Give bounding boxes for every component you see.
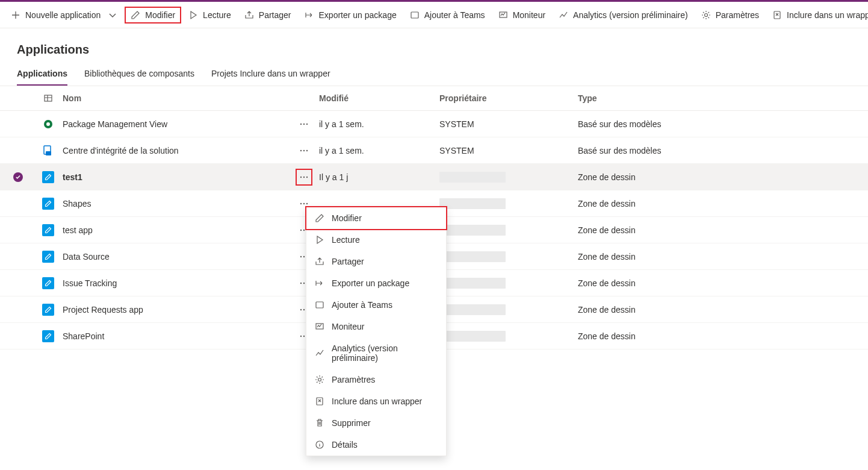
owner-cell bbox=[439, 172, 578, 183]
owner-cell bbox=[439, 331, 578, 342]
tab-wrap-projects[interactable]: Projets Inclure dans un wrapper bbox=[211, 69, 330, 86]
plus-icon bbox=[11, 10, 20, 20]
settings-button[interactable]: Paramètres bbox=[695, 7, 765, 24]
teams-label: Ajouter à Teams bbox=[424, 10, 485, 20]
header-owner[interactable]: Propriétaire bbox=[439, 93, 578, 103]
menu-share-label: Partager bbox=[332, 257, 364, 266]
svg-point-21 bbox=[300, 202, 302, 204]
play-label: Lecture bbox=[203, 10, 231, 20]
svg-point-25 bbox=[303, 229, 305, 230]
analytics-icon bbox=[315, 348, 324, 349]
header-name[interactable]: Nom bbox=[60, 93, 289, 103]
app-name[interactable]: Issue Tracking bbox=[60, 278, 289, 288]
app-name[interactable]: Data Source bbox=[60, 252, 289, 262]
share-button[interactable]: Partager bbox=[238, 7, 297, 24]
export-icon bbox=[305, 10, 314, 20]
app-icon bbox=[36, 304, 60, 316]
app-icon bbox=[36, 277, 60, 289]
analytics-icon bbox=[559, 10, 568, 20]
svg-point-23 bbox=[306, 202, 308, 204]
redacted-owner bbox=[439, 331, 506, 342]
menu-edit[interactable]: Modifier bbox=[305, 206, 447, 230]
modified-cell: Il y a 1 j bbox=[319, 172, 439, 182]
app-name[interactable]: test app bbox=[60, 225, 289, 235]
app-icon bbox=[36, 251, 60, 263]
export-button[interactable]: Exporter un package bbox=[299, 7, 403, 24]
play-icon bbox=[315, 235, 324, 245]
table-row[interactable]: Package Management Viewil y a 1 sem.SYST… bbox=[0, 111, 868, 137]
owner-cell bbox=[439, 251, 578, 262]
table-header: Nom Modifié Propriétaire Type bbox=[0, 86, 868, 111]
edit-button[interactable]: Modifier bbox=[125, 7, 181, 24]
svg-point-24 bbox=[300, 229, 302, 230]
share-label: Partager bbox=[259, 10, 291, 20]
svg-point-2 bbox=[704, 13, 707, 16]
row-checkbox[interactable] bbox=[0, 172, 36, 182]
owner-cell bbox=[439, 225, 578, 236]
redacted-owner bbox=[439, 278, 506, 289]
new-app-button[interactable]: Nouvelle application bbox=[5, 7, 123, 24]
owner-cell: SYSTEM bbox=[439, 119, 578, 129]
wrap-button[interactable]: Inclure dans un wrapper bbox=[766, 7, 868, 24]
menu-export[interactable]: Exporter un package bbox=[306, 272, 446, 294]
svg-point-16 bbox=[303, 149, 305, 151]
header-view-icon[interactable] bbox=[36, 93, 60, 103]
app-icon bbox=[36, 145, 60, 157]
svg-point-17 bbox=[306, 149, 308, 151]
menu-analytics[interactable]: Analytics (version préliminaire) bbox=[306, 337, 446, 349]
share-icon bbox=[244, 10, 254, 20]
tab-applications[interactable]: Applications bbox=[17, 69, 67, 86]
wrap-icon bbox=[772, 10, 782, 20]
export-icon bbox=[315, 278, 324, 288]
teams-button[interactable]: Ajouter à Teams bbox=[404, 7, 491, 24]
svg-point-20 bbox=[306, 176, 308, 177]
type-cell: Zone de dessin bbox=[578, 331, 868, 341]
owner-cell bbox=[439, 304, 578, 315]
svg-point-28 bbox=[303, 255, 305, 257]
svg-point-27 bbox=[300, 255, 302, 257]
svg-point-12 bbox=[306, 123, 308, 124]
analytics-label: Analytics (version préliminaire) bbox=[573, 10, 688, 20]
table-row[interactable]: test1Il y a 1 jZone de dessin bbox=[0, 164, 868, 190]
app-name[interactable]: test1 bbox=[60, 172, 289, 182]
menu-share[interactable]: Partager bbox=[306, 251, 446, 272]
owner-cell bbox=[439, 198, 578, 209]
row-actions bbox=[289, 143, 319, 158]
header-modified[interactable]: Modifié bbox=[319, 93, 439, 103]
svg-point-22 bbox=[303, 202, 305, 204]
app-name[interactable]: Shapes bbox=[60, 199, 289, 208]
type-cell: Zone de dessin bbox=[578, 199, 868, 208]
tab-component-libraries[interactable]: Bibliothèques de composants bbox=[84, 69, 194, 86]
app-name[interactable]: Centre d'intégrité de la solution bbox=[60, 146, 289, 155]
pencil-icon bbox=[131, 10, 140, 20]
menu-export-label: Exporter un package bbox=[332, 278, 409, 288]
monitor-button[interactable]: Moniteur bbox=[492, 7, 551, 24]
menu-monitor[interactable]: Moniteur bbox=[306, 316, 446, 337]
table-row[interactable]: Centre d'intégrité de la solutionil y a … bbox=[0, 137, 868, 164]
menu-play[interactable]: Lecture bbox=[306, 229, 446, 251]
chevron-down-icon bbox=[108, 10, 117, 20]
pencil-icon bbox=[315, 213, 324, 223]
play-button[interactable]: Lecture bbox=[182, 7, 237, 24]
svg-rect-3 bbox=[774, 11, 780, 19]
analytics-button[interactable]: Analytics (version préliminaire) bbox=[553, 7, 694, 24]
app-icon bbox=[36, 198, 60, 210]
export-label: Exporter un package bbox=[319, 10, 397, 20]
settings-label: Paramètres bbox=[716, 10, 759, 20]
svg-point-31 bbox=[303, 282, 305, 283]
redacted-owner bbox=[439, 198, 506, 209]
app-name[interactable]: Package Management View bbox=[60, 119, 289, 129]
app-name[interactable]: Project Requests app bbox=[60, 305, 289, 315]
menu-monitor-label: Moniteur bbox=[332, 322, 364, 331]
gear-icon bbox=[701, 10, 711, 20]
row-more-button[interactable] bbox=[297, 117, 311, 131]
app-name[interactable]: SharePoint bbox=[60, 331, 289, 341]
row-more-button[interactable] bbox=[297, 143, 311, 158]
app-icon bbox=[36, 118, 60, 130]
app-icon bbox=[36, 224, 60, 236]
menu-teams[interactable]: Ajouter à Teams bbox=[306, 294, 446, 316]
row-more-button[interactable] bbox=[296, 169, 312, 186]
modified-cell: il y a 1 sem. bbox=[319, 119, 439, 129]
page-title: Applications bbox=[0, 28, 868, 61]
header-type[interactable]: Type bbox=[578, 93, 868, 103]
